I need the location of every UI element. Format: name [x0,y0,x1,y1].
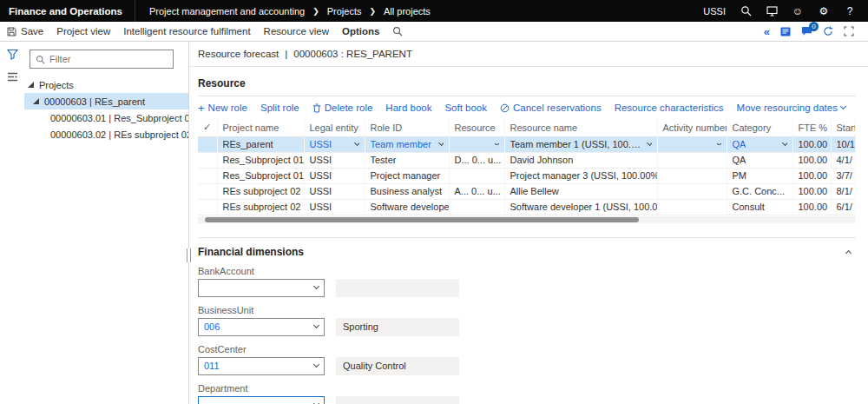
chevron-down-icon[interactable] [646,140,651,146]
cell-resource[interactable] [449,136,504,152]
tree-node-projects[interactable]: Projects [24,76,188,93]
col-resource[interactable]: Resource [449,119,504,136]
col-start[interactable]: Start [831,119,856,136]
col-select[interactable]: ✓ [198,119,217,136]
col-resource-name[interactable]: Resource name [504,119,657,136]
split-role-button[interactable]: Split role [260,103,299,113]
cell-legal-entity[interactable]: USSI [304,136,365,152]
fullscreen-icon[interactable] [844,26,854,36]
chevron-down-icon[interactable] [313,283,319,289]
cell-select[interactable] [198,199,217,215]
cell-category[interactable]: QA [727,136,792,152]
horizontal-scrollbar[interactable] [198,216,856,223]
chevron-down-icon[interactable] [437,140,443,146]
page-tab[interactable]: Resource forecast | 00000603 : RES_PAREN… [189,42,868,67]
chevron-down-icon[interactable] [313,401,319,404]
cell-select[interactable] [198,168,217,183]
grid-row[interactable]: Res_Subproject 01 USSI Project manager P… [198,168,856,183]
cell-role-id[interactable]: Tester [365,152,449,168]
cell-resource[interactable] [449,168,504,183]
cell-project-name[interactable]: REs subproject 02 [217,199,304,215]
cell-start[interactable]: 8/1/ [831,183,856,199]
cell-select[interactable] [198,152,217,168]
panel-splitter-handle[interactable] [187,248,191,262]
cell-resource-name[interactable]: David Johnson [504,152,657,168]
department-combo[interactable] [198,396,325,404]
bank-account-combo[interactable] [198,279,325,297]
delete-role-button[interactable]: Delete role [312,103,373,113]
smiley-icon[interactable]: ☺ [792,5,804,17]
grid-row[interactable]: REs subproject 02 USSI Business analyst … [198,183,856,199]
cell-role-id[interactable]: Project manager [365,168,449,183]
chevron-down-icon[interactable] [493,143,498,145]
cell-project-name[interactable]: Res_Subproject 01 [217,168,304,183]
cell-legal-entity[interactable]: USSI [304,199,365,215]
cell-start[interactable]: 3/7/ [831,168,856,183]
cell-resource-name[interactable]: Software developer 1 (USSI, 100.00... [504,199,657,215]
cell-resource[interactable]: D... 0... u... [449,152,504,168]
breadcrumb-item[interactable]: Projects [327,6,362,17]
guide-icon[interactable] [780,27,791,36]
menu-item-resource-view[interactable]: Resource view [264,26,329,36]
tree-node-subproject-2[interactable]: 00000603.02 | REs subproject 02 [24,126,188,142]
cell-project-name[interactable]: REs subproject 02 [217,183,304,199]
cell-fte[interactable]: 100.00 [792,168,831,183]
hard-book-button[interactable]: Hard book [385,103,431,113]
col-role-id[interactable]: Role ID [365,119,449,136]
chevron-down-icon[interactable] [715,143,720,145]
filter-funnel-icon[interactable] [7,49,18,60]
cell-project-name[interactable]: Res_Subproject 01 [217,152,304,168]
command-search-icon[interactable] [392,26,403,36]
cell-fte[interactable]: 100.00 [792,183,831,199]
chevron-down-icon[interactable] [353,140,358,146]
col-legal-entity[interactable]: Legal entity [304,119,365,136]
scrollbar-thumb[interactable] [205,217,639,222]
cell-resource[interactable]: A... 0... u... [449,183,504,199]
cell-category[interactable]: Consult [727,199,792,215]
share-icon[interactable]: « [764,26,770,37]
search-icon[interactable] [740,5,752,17]
move-resourcing-dates-button[interactable]: Move resourcing dates [737,103,845,113]
cell-resource-name[interactable]: Allie Bellew [504,183,657,199]
cancel-reservations-button[interactable]: Cancel reservations [500,103,602,113]
cell-legal-entity[interactable]: USSI [304,152,365,168]
grid-row[interactable]: Res_Subproject 01 USSI Tester D... 0... … [198,152,856,168]
cell-category[interactable]: G.C. Conc... [727,183,792,199]
col-activity-number[interactable]: Activity number [657,119,727,136]
cell-select[interactable] [198,136,217,152]
tree-node-parent-project[interactable]: 00000603 | REs_parent [24,93,188,109]
cell-legal-entity[interactable]: USSI [304,168,365,183]
cell-role-id[interactable]: Team member [365,136,449,152]
cell-activity-number[interactable] [657,152,727,168]
cell-resource-name[interactable]: Project manager 3 (USSI, 100.00%) [504,168,657,183]
menu-item-intelligent-resource-fulfilment[interactable]: Intelligent resource fulfilment [123,26,250,36]
cell-resource-name[interactable]: Team member 1 (USSI, 100.00%) [504,136,657,152]
chevron-up-icon[interactable] [845,249,852,255]
cell-activity-number[interactable] [657,136,727,152]
col-project-name[interactable]: Project name [217,119,304,136]
tree-expander-icon[interactable] [33,98,39,104]
gear-icon[interactable]: ⚙ [818,5,830,17]
cell-role-id[interactable]: Software developer [365,199,449,215]
tree-node-subproject-1[interactable]: 00000603.01 | Res_Subproject 01 [24,109,188,126]
tree-filter-field[interactable] [30,50,174,69]
company-label[interactable]: USSI [703,6,726,17]
col-category[interactable]: Category [727,119,792,136]
grid-row[interactable]: REs subproject 02 USSI Software develope… [198,199,856,215]
cell-project-name[interactable]: REs_parent [217,136,304,152]
messages-icon[interactable]: 0 [801,26,812,36]
options-button[interactable]: Options [342,26,379,36]
tree-expander-icon[interactable] [28,82,34,88]
cell-fte[interactable]: 100.00 [792,152,831,168]
breadcrumb-item[interactable]: All projects [384,6,431,17]
monitor-icon[interactable] [766,5,778,17]
cell-start[interactable]: 10/1/ [831,136,856,152]
resource-characteristics-button[interactable]: Resource characteristics [615,103,724,113]
cell-fte[interactable]: 100.00 [792,136,831,152]
grid-row-selected[interactable]: REs_parent USSI Team member Team member … [198,136,856,152]
filter-input[interactable] [49,54,168,64]
cell-role-id[interactable]: Business analyst [365,183,449,199]
cell-activity-number[interactable] [657,199,727,215]
chevron-down-icon[interactable] [313,361,319,368]
col-fte[interactable]: FTE % [792,119,831,136]
